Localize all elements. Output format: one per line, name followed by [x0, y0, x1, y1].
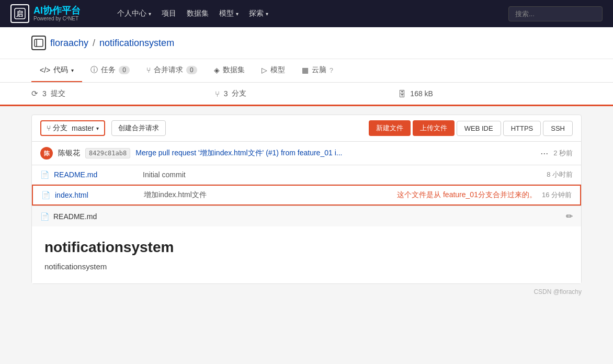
- avatar: 陈: [40, 147, 53, 160]
- nav-explore[interactable]: 探索 ▾: [249, 9, 268, 18]
- stat-branches: ⑂ 3 分支: [215, 89, 399, 98]
- logo-area: 启 AI协作平台 Powered by C²NET: [10, 4, 105, 23]
- commit-hash: 8429c81ab8: [85, 148, 130, 158]
- stat-commits: ⟳ 3 提交: [31, 89, 215, 98]
- chevron-down-icon: ▾: [266, 11, 268, 17]
- branch-selector[interactable]: ⑂ 分支 master ▾: [40, 120, 105, 136]
- logo-subtitle: Powered by C²NET: [33, 16, 81, 21]
- svg-text:启: 启: [16, 10, 23, 18]
- file-name[interactable]: README.md: [54, 170, 138, 179]
- stats-bar: ⟳ 3 提交 ⑂ 3 分支 🗄 168 kB: [0, 83, 613, 106]
- pr-icon: ⑂: [146, 66, 151, 74]
- logo-icon: 启: [10, 4, 29, 23]
- readme-heading: notificationsystem: [44, 239, 569, 256]
- commit-time: 2 秒前: [553, 149, 573, 158]
- breadcrumb-separator: /: [93, 38, 95, 49]
- readme-content: notificationsystem notificationsystem: [32, 226, 581, 283]
- highlighted-file-row: 📄 index.html 增加index.html文件 这个文件是从 featu…: [32, 185, 581, 206]
- chevron-down-icon: ▾: [149, 11, 151, 17]
- https-button[interactable]: HTTPS: [503, 121, 541, 136]
- file-commit-msg: Initial commit: [143, 170, 541, 179]
- svg-rect-2: [35, 39, 43, 47]
- help-icon: ?: [330, 66, 333, 74]
- new-file-button[interactable]: 新建文件: [369, 120, 411, 136]
- nav-model[interactable]: 模型 ▾: [219, 9, 239, 18]
- repo-icon: [31, 36, 46, 50]
- commit-message[interactable]: Merge pull request '增加index.html文件' (#1)…: [135, 149, 535, 158]
- nav-links: 个人中心 ▾ 项目 数据集 模型 ▾ 探索 ▾: [117, 9, 496, 18]
- edit-icon[interactable]: ✏: [566, 211, 573, 221]
- branch-toolbar: ⑂ 分支 master ▾ 创建合并请求 新建文件 上传文件 WEB IDE H…: [32, 115, 581, 142]
- file-commit-msg: 增加index.html文件: [144, 190, 392, 200]
- file-icon: 📄: [41, 191, 50, 199]
- tab-code[interactable]: </> 代码 ▾: [31, 59, 82, 82]
- upload-file-button[interactable]: 上传文件: [413, 120, 455, 136]
- create-pr-button[interactable]: 创建合并请求: [111, 120, 166, 136]
- top-navigation: 启 AI协作平台 Powered by C²NET 个人中心 ▾ 项目 数据集 …: [0, 0, 613, 27]
- chevron-down-icon: ▾: [236, 11, 239, 17]
- ssh-button[interactable]: SSH: [543, 121, 573, 136]
- commit-author: 陈银花: [58, 149, 80, 158]
- file-icon: 📄: [40, 170, 49, 179]
- nav-project[interactable]: 项目: [162, 9, 176, 18]
- model-icon: ▷: [262, 66, 267, 74]
- readme-file-icon: 📄: [40, 212, 49, 221]
- file-time: 8 小时前: [547, 170, 573, 179]
- pr-badge: 0: [186, 66, 197, 74]
- file-row: 📄 README.md Initial commit 8 小时前: [32, 165, 581, 185]
- commits-icon: ⟳: [31, 89, 38, 98]
- stat-size: 🗄 168 kB: [398, 89, 582, 98]
- size-icon: 🗄: [398, 89, 406, 98]
- search-input[interactable]: [508, 6, 603, 21]
- task-icon: ⓘ: [90, 65, 98, 75]
- branch-icon: ⑂: [47, 124, 51, 132]
- footer-credit: CSDN @florachy: [533, 288, 582, 295]
- web-ide-button[interactable]: WEB IDE: [457, 121, 501, 136]
- readme-title: README.md: [53, 212, 562, 221]
- nav-personal-center[interactable]: 个人中心 ▾: [117, 9, 151, 18]
- breadcrumb-repo[interactable]: notificationsystem: [99, 38, 174, 49]
- action-buttons: 新建文件 上传文件 WEB IDE HTTPS SSH: [369, 120, 573, 136]
- readme-header: 📄 README.md ✏: [32, 206, 581, 226]
- code-icon: </>: [40, 66, 50, 74]
- readme-body: notificationsystem: [44, 262, 569, 271]
- task-badge: 0: [119, 66, 130, 74]
- breadcrumb: floraachy / notificationsystem: [0, 27, 613, 59]
- chevron-down-icon: ▾: [96, 126, 99, 131]
- footer: CSDN @florachy: [0, 284, 613, 300]
- cloud-icon: ▦: [302, 66, 309, 74]
- logo-title: AI协作平台: [33, 6, 81, 16]
- tabs-bar: </> 代码 ▾ ⓘ 任务 0 ⑂ 合并请求 0 ◈ 数据集 ▷ 模型 ▦ 云脑…: [0, 59, 613, 83]
- file-name[interactable]: index.html: [55, 191, 139, 199]
- file-time: 16 分钟前: [542, 190, 572, 200]
- tab-task[interactable]: ⓘ 任务 0: [82, 59, 138, 82]
- branches-icon: ⑂: [215, 89, 220, 98]
- tab-model[interactable]: ▷ 模型: [253, 59, 293, 82]
- tab-pull-request[interactable]: ⑂ 合并请求 0: [138, 59, 206, 82]
- breadcrumb-owner[interactable]: floraachy: [50, 38, 88, 49]
- dataset-icon: ◈: [214, 66, 220, 74]
- more-options-icon[interactable]: ···: [540, 148, 548, 159]
- search-area: [508, 6, 603, 21]
- logo-text-area: AI协作平台 Powered by C²NET: [33, 6, 81, 22]
- chevron-down-icon: ▾: [71, 67, 74, 73]
- latest-commit-row: 陈 陈银花 8429c81ab8 Merge pull request '增加i…: [32, 142, 581, 165]
- repository-content: ⑂ 分支 master ▾ 创建合并请求 新建文件 上传文件 WEB IDE H…: [31, 115, 582, 284]
- file-annotation: 这个文件是从 feature_01分支合并过来的。: [397, 190, 537, 200]
- tab-dataset[interactable]: ◈ 数据集: [206, 59, 253, 82]
- tab-cloud[interactable]: ▦ 云脑 ?: [293, 59, 342, 82]
- nav-dataset[interactable]: 数据集: [187, 9, 209, 18]
